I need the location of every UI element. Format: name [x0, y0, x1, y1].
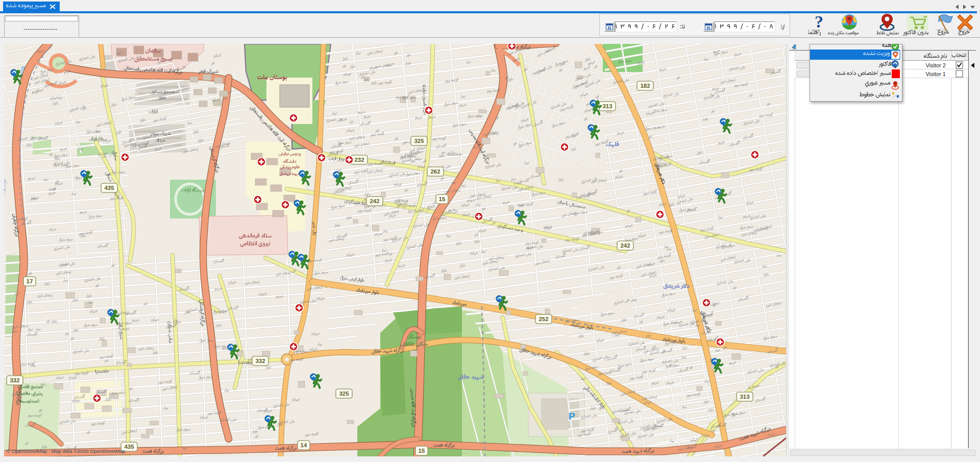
svg-text:332: 332: [10, 377, 19, 383]
svg-text:435: 435: [104, 185, 114, 191]
svg-text:?: ?: [815, 13, 823, 31]
svg-text:332: 332: [255, 358, 265, 364]
svg-text:15: 15: [439, 196, 446, 202]
svg-text:Visitor 2: Visitor 2: [925, 62, 946, 68]
svg-text:252: 252: [538, 316, 548, 322]
svg-text:313: 313: [602, 103, 612, 109]
svg-text:232: 232: [354, 157, 364, 163]
svg-text:313: 313: [740, 394, 749, 400]
svg-text:242: 242: [620, 242, 630, 249]
svg-text:P: P: [569, 411, 575, 422]
svg-text:182: 182: [640, 83, 650, 89]
svg-text:262: 262: [430, 168, 440, 175]
svg-text:© OpenStreetMap - Map data ©20: © OpenStreetMap - Map data ©2020 OpenStr…: [7, 448, 126, 454]
svg-text:435: 435: [124, 444, 134, 450]
svg-text:325: 325: [339, 391, 349, 397]
svg-text:242: 242: [370, 198, 379, 204]
svg-text:325: 325: [414, 138, 424, 144]
svg-text:17: 17: [27, 278, 33, 284]
svg-text:Visitor 1: Visitor 1: [925, 71, 946, 77]
svg-text:15: 15: [419, 448, 425, 454]
svg-text:14: 14: [301, 442, 307, 448]
